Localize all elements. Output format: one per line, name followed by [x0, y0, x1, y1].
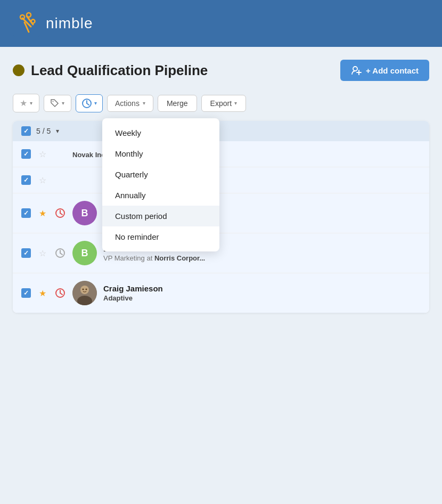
star-icon: ★ [20, 98, 27, 108]
dropdown-item-annually[interactable]: Annually [102, 185, 219, 206]
select-count: 5 / 5 [36, 127, 51, 135]
star-filter-button[interactable]: ★ ▾ [13, 94, 39, 112]
nimble-logo-icon [13, 10, 40, 37]
page-content: Lead Qualification Pipeline + Add contac… [0, 47, 442, 313]
export-label: Export [210, 99, 232, 108]
reminder-dropdown: Weekly Monthly Quarterly Annually Custom… [102, 118, 219, 251]
actions-button[interactable]: Actions ▾ [107, 95, 153, 112]
row5-subtitle: Adaptive [103, 294, 421, 302]
row1-checkbox[interactable]: ✓ [21, 149, 31, 159]
header: nimble [0, 0, 442, 47]
add-contact-icon [351, 65, 362, 76]
row3-clock-icon[interactable] [54, 207, 66, 219]
svg-point-24 [80, 286, 89, 294]
table-row: ✓ ☆ Novak Inc. [13, 141, 429, 167]
tag-filter-button[interactable]: ▾ [44, 95, 71, 112]
export-button[interactable]: Export ▾ [201, 95, 246, 112]
svg-point-7 [353, 67, 357, 71]
svg-point-26 [83, 289, 84, 290]
row5-info: Craig Jamieson Adaptive [103, 284, 421, 302]
dropdown-item-weekly[interactable]: Weekly [102, 123, 219, 143]
row3-avatar-letter: B [81, 208, 88, 219]
svg-point-10 [53, 101, 54, 102]
logo: nimble [13, 10, 93, 37]
row4-company: Norris Corpor... [154, 254, 205, 262]
svg-point-27 [86, 289, 87, 290]
row2-checkbox[interactable]: ✓ [21, 175, 31, 185]
logo-text: nimble [46, 15, 93, 32]
row5-name: Craig Jamieson [103, 284, 421, 293]
select-chevron-icon[interactable]: ▾ [56, 127, 59, 135]
svg-line-22 [60, 293, 62, 295]
tag-icon [51, 99, 59, 108]
svg-line-13 [87, 103, 89, 105]
row4-subtitle: VP Marketing at Norris Corpor... [103, 254, 421, 262]
star-chevron-icon: ▾ [30, 100, 32, 106]
row5-star-icon[interactable]: ★ [37, 288, 48, 298]
row1-star-icon[interactable]: ☆ [37, 149, 48, 159]
merge-label: Merge [167, 99, 188, 108]
svg-line-16 [60, 213, 62, 215]
actions-label: Actions [115, 99, 140, 108]
row4-avatar: B [72, 241, 97, 265]
dropdown-item-monthly[interactable]: Monthly [102, 143, 219, 164]
merge-button[interactable]: Merge [158, 95, 197, 112]
add-contact-button[interactable]: + Add contact [340, 60, 429, 81]
row4-star-icon[interactable]: ☆ [37, 248, 48, 258]
page-title: Lead Qualification Pipeline [31, 62, 208, 79]
select-all-row: ✓ 5 / 5 ▾ [13, 121, 429, 141]
row4-checkbox[interactable]: ✓ [21, 248, 31, 258]
row3-checkbox[interactable]: ✓ [21, 208, 31, 218]
actions-chevron-icon: ▾ [143, 100, 145, 106]
title-row: Lead Qualification Pipeline + Add contac… [13, 60, 429, 81]
add-contact-label: + Add contact [366, 66, 419, 75]
row5-clock-icon[interactable] [54, 287, 66, 299]
row5-checkbox[interactable]: ✓ [21, 288, 31, 298]
row3-star-icon[interactable]: ★ [37, 208, 48, 218]
table-row: ✓ ☆ [13, 167, 429, 193]
table-row: ✓ ★ B Brendan Howard No Title [13, 193, 429, 233]
dropdown-item-no-reminder[interactable]: No reminder [102, 226, 219, 247]
toolbar: ★ ▾ ▾ ▾ Weekly Monthly Quarterly Annu [13, 94, 429, 112]
row5-avatar [72, 281, 97, 305]
pipeline-dot [13, 64, 24, 76]
clock-chevron-icon: ▾ [94, 100, 97, 106]
table-row: ✓ ☆ B Brian Norris VP Marketing at Norri… [13, 233, 429, 273]
contacts-list: ✓ 5 / 5 ▾ ✓ ☆ Novak Inc. ✓ ☆ [13, 121, 429, 313]
row4-avatar-letter: B [81, 248, 88, 259]
export-chevron-icon: ▾ [234, 100, 237, 106]
clock-active-icon [81, 98, 92, 109]
row5-avatar-photo [72, 281, 97, 305]
tag-chevron-icon: ▾ [62, 100, 64, 106]
svg-line-19 [60, 253, 62, 255]
row3-avatar: B [72, 201, 97, 225]
title-left: Lead Qualification Pipeline [13, 62, 208, 79]
row2-star-icon[interactable]: ☆ [37, 175, 48, 185]
table-row: ✓ ★ [13, 273, 429, 313]
dropdown-item-custom[interactable]: Custom period [102, 206, 219, 226]
row5-company: Adaptive [103, 294, 133, 302]
clock-filter-button[interactable]: ▾ [76, 94, 103, 112]
row4-clock-icon[interactable] [54, 247, 66, 259]
dropdown-item-quarterly[interactable]: Quarterly [102, 164, 219, 185]
select-all-checkbox[interactable]: ✓ [21, 126, 31, 136]
